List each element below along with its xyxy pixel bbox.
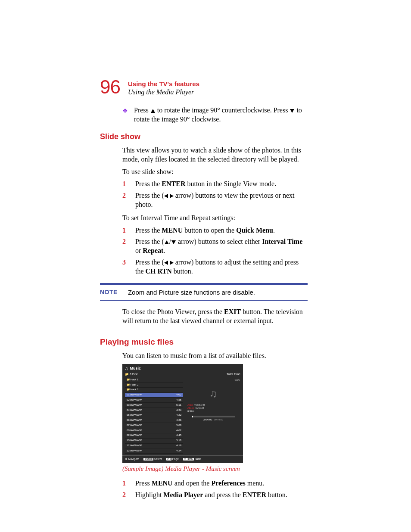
- slideshow-use-steps: 1 Press the ENTER button in the Single V…: [122, 180, 308, 209]
- ms-time: 00:00:00 / 00:04:02: [203, 418, 223, 421]
- navigate-icon: ✥ Navigate: [125, 457, 139, 461]
- up-arrow-icon: [151, 109, 155, 113]
- ms-track-row: 11WWWWW4:18: [125, 444, 183, 449]
- heading-slideshow: Slide show: [100, 132, 308, 142]
- music-player-screenshot: ♫ Music 📁 /USB/ Total Time 📁 Hack 1📁 Hac…: [122, 364, 243, 463]
- playing-steps: 1 Press MENU and open the Preferences me…: [122, 479, 308, 500]
- ms-track-row: 07WWWWW5:08: [125, 423, 183, 428]
- ms-track-row: 10WWWWW5:13: [125, 439, 183, 444]
- down-arrow-icon: [171, 240, 176, 244]
- ms-track-row: 04WWWWW4:24: [125, 408, 183, 413]
- ms-track-list: 📁 Hack 1📁 Hack 2📁 Hack 301WWWWW4:0202WWW…: [125, 377, 183, 454]
- chapter-title: Using the TV's features: [128, 80, 199, 87]
- bullet-rotate: ❖ Press to rotate the image 90° counterc…: [122, 106, 308, 124]
- list-item: 2 Press the (/ arrow) buttons to select …: [122, 237, 308, 255]
- list-item: 1 Press MENU and open the Preferences me…: [122, 479, 308, 488]
- list-item: 3 Press the ( arrow) buttons to adjust t…: [122, 258, 308, 276]
- note-block: NOTE Zoom and Picture size functions are…: [100, 283, 308, 301]
- ms-detail-pane: 1/13 ♫ Artist TNOSO H Album NJO103 ■ Sto…: [186, 377, 240, 454]
- list-item: 1 Press the ENTER button in the Single V…: [122, 180, 308, 189]
- list-item: 2 Press the ( arrow) buttons to view the…: [122, 191, 308, 209]
- left-arrow-icon: [164, 261, 168, 265]
- right-arrow-icon: [170, 194, 174, 198]
- ms-track-row: 03WWWWW5:11: [125, 403, 183, 408]
- music-note-icon: ♫: [125, 366, 128, 371]
- playing-intro: You can listen to music from a list of a…: [122, 352, 308, 361]
- note-label: NOTE: [100, 288, 118, 296]
- slideshow-intro: This view allows you to watch a slide sh…: [122, 146, 308, 164]
- page-header: 96 Using the TV's features Using the Med…: [100, 78, 308, 96]
- up-arrow-icon: [165, 240, 169, 244]
- ms-title-bar: ♫ Music: [122, 364, 243, 372]
- ms-track-row: 09WWWWW4:45: [125, 433, 183, 439]
- slideshow-set-label: To set Interval Time and Repeat settings…: [122, 214, 308, 223]
- diamond-bullet-icon: ❖: [122, 107, 128, 115]
- music-note-icon: ♫: [209, 387, 217, 400]
- slideshow-use-label: To use slide show:: [122, 168, 308, 177]
- ms-metadata: Artist TNOSO H Album NJO103 ■ Stop: [186, 404, 205, 413]
- section-title: Using the Media Player: [128, 88, 199, 96]
- content-area: ❖ Press to rotate the image 90° counterc…: [100, 106, 308, 500]
- ms-track-row: 12WWWWW4:24: [125, 448, 183, 454]
- note-text: Zoom and Picture size functions are disa…: [128, 288, 255, 297]
- bullet-text: Press to rotate the image 90° counterclo…: [134, 106, 308, 124]
- slideshow-set-steps: 1 Press the MENU button to open the Quic…: [122, 226, 308, 276]
- right-arrow-icon: [170, 261, 174, 265]
- ms-path: 📁 /USB/ Total Time: [122, 372, 243, 377]
- heading-playing-music: Playing music files: [100, 337, 308, 348]
- list-item: 2 Highlight Media Player and press the E…: [122, 491, 308, 500]
- ms-progress-bar: [192, 416, 235, 417]
- ms-footer: ✥ Navigate ENTER Select CH Page CH RTN B…: [122, 455, 243, 463]
- down-arrow-icon: [290, 109, 294, 113]
- ms-track-row: 📁 Hack 1: [125, 377, 183, 383]
- screenshot-caption: (Sample Image) Media Player - Music scre…: [122, 465, 308, 473]
- ms-track-row: 📁 Hack 3: [125, 388, 183, 393]
- ms-track-row: 08WWWWW4:02: [125, 428, 183, 433]
- left-arrow-icon: [164, 194, 168, 198]
- page: 96 Using the TV's features Using the Med…: [0, 0, 411, 532]
- ms-track-row: 06WWWWW4:26: [125, 418, 183, 423]
- ms-track-row: 📁 Hack 2: [125, 383, 183, 388]
- ms-track-row: 01WWWWW4:02: [125, 393, 183, 398]
- close-viewer-para: To close the Photo Viewer, press the EXI…: [122, 308, 308, 326]
- page-number: 96: [100, 78, 120, 96]
- list-item: 1 Press the MENU button to open the Quic…: [122, 226, 308, 235]
- ms-counter: 1/13: [234, 379, 240, 385]
- ms-track-row: 05WWWWW4:22: [125, 413, 183, 418]
- ms-track-row: 02WWWWW4:35: [125, 398, 183, 403]
